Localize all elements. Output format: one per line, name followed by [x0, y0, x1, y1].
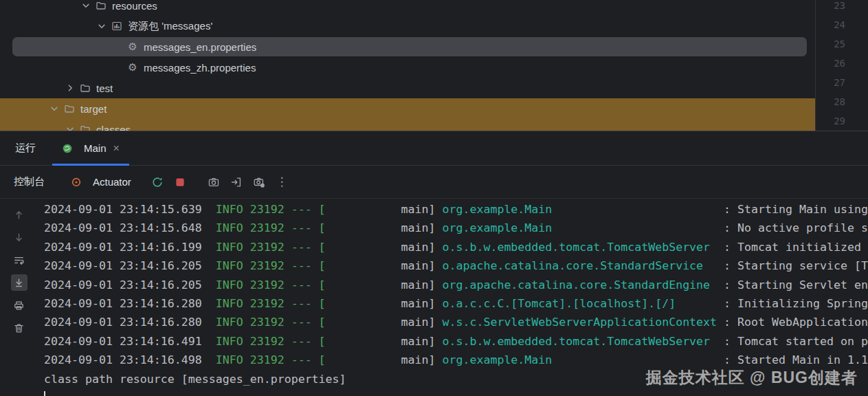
tab-actuator-label: Actuator — [93, 176, 131, 188]
console-left-toolbar — [0, 199, 38, 396]
camera-badge-icon — [253, 176, 265, 188]
chevron-down-icon — [80, 0, 91, 11]
more-button[interactable]: ⋮ — [272, 173, 291, 192]
tree-row[interactable]: classes — [0, 119, 815, 131]
run-tool-window: 运行 Main × 控制台 Actuator ⋮ 2024-09-01 23:1… — [0, 131, 868, 396]
tree-item-icon: ⚙ — [127, 62, 138, 73]
tree-chevron[interactable] — [80, 0, 96, 11]
tree-chevron[interactable] — [96, 21, 111, 32]
scroll-up-icon — [13, 209, 25, 221]
memory-snapshot-button[interactable] — [249, 173, 269, 192]
resource-bundle-icon — [111, 21, 122, 32]
more-options-icon: ⋮ — [276, 176, 287, 188]
chevron-down-icon — [96, 21, 107, 32]
gear-icon: ⚙ — [128, 63, 137, 73]
thread-dump-button[interactable] — [204, 173, 223, 192]
text-caret — [44, 391, 45, 396]
editor-gutter: 23242526272829 — [815, 0, 868, 131]
folder-icon — [80, 124, 91, 131]
tree-item-icon — [96, 0, 107, 11]
line-number: 29 — [816, 111, 845, 131]
run-tab-label: Main — [84, 142, 107, 154]
folder-icon — [64, 103, 75, 114]
folder-icon — [80, 82, 91, 94]
line-number: 23 — [816, 0, 845, 15]
console-area: 2024-09-01 23:14:15.639 INFO 23192 --- [… — [0, 199, 868, 396]
line-number: 25 — [816, 34, 845, 54]
console-log-line: 2024-09-01 23:14:16.491 INFO 23192 --- [… — [44, 332, 868, 351]
watermark: 掘金技术社区 @ BUG创建者 — [646, 367, 858, 388]
chevron-down-icon — [65, 124, 76, 131]
project-tree-rows: resources资源包 'messages'⚙messages_en.prop… — [0, 0, 815, 131]
scroll-to-end-icon — [13, 277, 25, 289]
tree-item-label: resources — [112, 0, 157, 12]
tree-item-icon — [80, 124, 91, 131]
scroll-up-button[interactable] — [11, 206, 27, 223]
tree-item-label: target — [80, 103, 107, 115]
scroll-to-end-button[interactable] — [11, 274, 27, 291]
tree-chevron[interactable] — [65, 124, 80, 131]
tree-item-icon — [80, 82, 91, 94]
ide-screen: resources资源包 'messages'⚙messages_en.prop… — [0, 0, 868, 396]
camera-icon — [208, 176, 220, 188]
run-toolbar: 控制台 Actuator ⋮ — [0, 166, 868, 199]
chevron-right-icon — [65, 82, 76, 94]
tree-chevron[interactable] — [112, 62, 127, 73]
run-tab-main[interactable]: Main × — [52, 131, 129, 165]
console-log-line: 2024-09-01 23:14:16.205 INFO 23192 --- [… — [44, 256, 868, 275]
clear-button[interactable] — [11, 320, 27, 336]
chevron-down-icon — [49, 103, 60, 114]
tree-row[interactable]: resources — [0, 0, 815, 16]
tree-row[interactable]: test — [0, 78, 815, 98]
tree-item-label: messages_zh.properties — [144, 62, 256, 74]
attach-button[interactable] — [227, 173, 246, 192]
clear-icon — [13, 322, 25, 334]
tab-console[interactable]: 控制台 — [14, 175, 45, 188]
console-log-line: 2024-09-01 23:14:16.205 INFO 23192 --- [… — [44, 276, 868, 294]
soft-wrap-icon — [13, 254, 25, 266]
tree-item-icon: ⚙ — [127, 41, 138, 52]
gear-icon: ⚙ — [128, 42, 137, 52]
line-number: 26 — [816, 54, 845, 73]
line-number: 24 — [816, 15, 845, 34]
tree-row[interactable]: ⚙messages_zh.properties — [0, 57, 815, 78]
run-panel-title: 运行 — [15, 142, 36, 155]
tree-row[interactable]: 资源包 'messages' — [0, 16, 815, 36]
tree-chevron[interactable] — [112, 41, 127, 52]
spring-boot-icon — [62, 143, 73, 154]
console-log-line: 2024-09-01 23:14:15.639 INFO 23192 --- [… — [44, 200, 868, 219]
tree-item-label: 资源包 'messages' — [128, 20, 212, 33]
tree-item-label: test — [96, 82, 113, 94]
print-icon — [13, 300, 25, 311]
tree-chevron[interactable] — [49, 103, 64, 114]
console-log-line: 2024-09-01 23:14:16.280 INFO 23192 --- [… — [44, 313, 868, 331]
stop-icon — [174, 176, 186, 188]
rerun-icon — [151, 176, 164, 188]
scroll-down-icon — [13, 232, 25, 243]
tree-chevron[interactable] — [65, 82, 80, 94]
print-button[interactable] — [11, 297, 27, 314]
soft-wrap-button[interactable] — [11, 252, 27, 268]
console-log-line: 2024-09-01 23:14:16.280 INFO 23192 --- [… — [44, 294, 868, 313]
tree-item-icon — [111, 21, 122, 32]
run-tab-bar: 运行 Main × — [0, 131, 868, 166]
folder-icon — [96, 0, 107, 11]
rerun-button[interactable] — [148, 173, 167, 192]
console-caret-line — [44, 388, 868, 396]
toolbar-actions: ⋮ — [148, 173, 295, 192]
attach-icon — [230, 176, 243, 188]
tree-row[interactable]: ⚙messages_en.properties — [0, 36, 815, 57]
close-icon[interactable]: × — [113, 142, 120, 155]
scroll-down-button[interactable] — [11, 229, 27, 245]
project-tree: resources资源包 'messages'⚙messages_en.prop… — [0, 0, 815, 131]
tree-item-label: classes — [96, 124, 131, 131]
actuator-icon — [71, 177, 82, 188]
console-log-line: 2024-09-01 23:14:15.648 INFO 23192 --- [… — [44, 219, 868, 237]
line-number: 28 — [816, 92, 845, 111]
line-number: 27 — [816, 73, 845, 92]
tree-row[interactable]: target — [0, 98, 815, 119]
line-numbers: 23242526272829 — [816, 0, 868, 131]
stop-button[interactable] — [170, 173, 190, 192]
tab-actuator[interactable]: Actuator — [71, 176, 131, 188]
tree-item-label: messages_en.properties — [144, 41, 256, 53]
